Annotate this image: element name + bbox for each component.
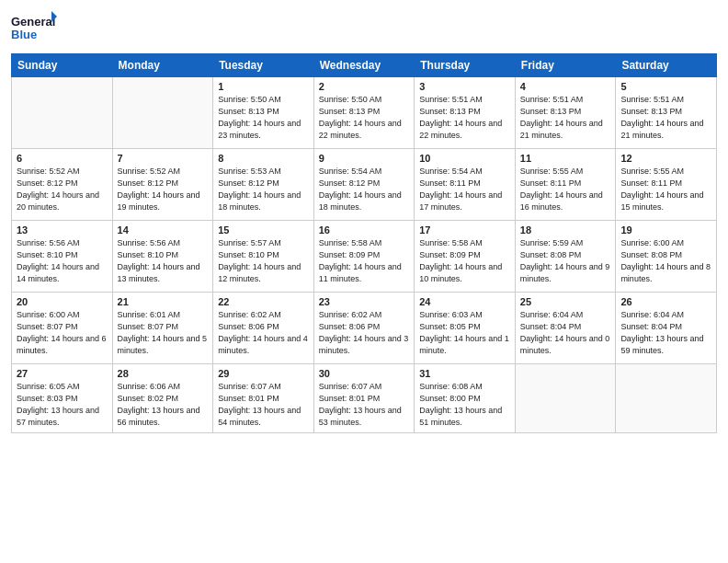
day-info: Sunrise: 6:01 AM Sunset: 8:07 PM Dayligh… [118, 309, 209, 357]
day-number: 19 [620, 224, 711, 236]
day-info: Sunrise: 5:54 AM Sunset: 8:11 PM Dayligh… [419, 166, 510, 213]
calendar-cell: 3Sunrise: 5:51 AM Sunset: 8:13 PM Daylig… [415, 77, 516, 149]
day-info: Sunrise: 5:54 AM Sunset: 8:12 PM Dayligh… [319, 166, 410, 213]
day-info: Sunrise: 5:51 AM Sunset: 8:13 PM Dayligh… [419, 94, 510, 142]
calendar-cell: 2Sunrise: 5:50 AM Sunset: 8:13 PM Daylig… [313, 77, 415, 149]
calendar-cell: 4Sunrise: 5:51 AM Sunset: 8:13 PM Daylig… [515, 77, 616, 149]
calendar-cell: 8Sunrise: 5:53 AM Sunset: 8:12 PM Daylig… [213, 149, 314, 221]
calendar-cell: 15Sunrise: 5:57 AM Sunset: 8:10 PM Dayli… [213, 221, 314, 293]
svg-text:General: General [11, 15, 55, 29]
day-info: Sunrise: 5:55 AM Sunset: 8:11 PM Dayligh… [520, 166, 611, 213]
logo: General Blue [11, 9, 57, 46]
calendar-cell: 16Sunrise: 5:58 AM Sunset: 8:09 PM Dayli… [313, 221, 415, 293]
day-info: Sunrise: 6:02 AM Sunset: 8:06 PM Dayligh… [218, 309, 309, 357]
day-info: Sunrise: 6:05 AM Sunset: 8:03 PM Dayligh… [17, 381, 108, 429]
day-info: Sunrise: 6:07 AM Sunset: 8:01 PM Dayligh… [319, 381, 410, 429]
col-header-wednesday: Wednesday [313, 54, 415, 77]
calendar-cell: 12Sunrise: 5:55 AM Sunset: 8:11 PM Dayli… [616, 149, 717, 221]
calendar-cell [515, 364, 616, 433]
calendar-cell: 19Sunrise: 6:00 AM Sunset: 8:08 PM Dayli… [616, 221, 717, 293]
calendar-cell: 25Sunrise: 6:04 AM Sunset: 8:04 PM Dayli… [515, 293, 616, 364]
day-number: 4 [520, 81, 611, 92]
day-number: 14 [118, 224, 209, 236]
col-header-saturday: Saturday [616, 54, 717, 77]
page-header: General Blue [11, 9, 717, 46]
day-number: 1 [218, 81, 309, 92]
day-number: 9 [319, 153, 410, 164]
day-number: 29 [218, 368, 309, 379]
day-info: Sunrise: 5:59 AM Sunset: 8:08 PM Dayligh… [520, 237, 611, 285]
calendar-header-row: SundayMondayTuesdayWednesdayThursdayFrid… [12, 54, 717, 77]
col-header-friday: Friday [515, 54, 616, 77]
day-number: 5 [620, 81, 711, 92]
day-number: 28 [118, 368, 209, 379]
calendar-cell: 24Sunrise: 6:03 AM Sunset: 8:05 PM Dayli… [415, 293, 516, 364]
day-number: 11 [520, 153, 611, 164]
day-number: 8 [218, 153, 309, 164]
day-info: Sunrise: 5:50 AM Sunset: 8:13 PM Dayligh… [218, 94, 309, 142]
day-info: Sunrise: 5:52 AM Sunset: 8:12 PM Dayligh… [17, 166, 108, 213]
day-info: Sunrise: 5:53 AM Sunset: 8:12 PM Dayligh… [218, 166, 309, 213]
day-number: 17 [419, 224, 510, 236]
calendar-cell: 31Sunrise: 6:08 AM Sunset: 8:00 PM Dayli… [415, 364, 516, 433]
day-number: 30 [319, 368, 410, 379]
day-info: Sunrise: 5:51 AM Sunset: 8:13 PM Dayligh… [620, 94, 711, 142]
calendar-cell: 11Sunrise: 5:55 AM Sunset: 8:11 PM Dayli… [515, 149, 616, 221]
calendar-cell [112, 77, 213, 149]
day-info: Sunrise: 6:04 AM Sunset: 8:04 PM Dayligh… [620, 309, 711, 357]
day-info: Sunrise: 5:56 AM Sunset: 8:10 PM Dayligh… [17, 237, 108, 285]
day-info: Sunrise: 6:04 AM Sunset: 8:04 PM Dayligh… [520, 309, 611, 357]
calendar-table: SundayMondayTuesdayWednesdayThursdayFrid… [11, 53, 717, 433]
day-number: 26 [620, 296, 711, 307]
calendar-cell: 1Sunrise: 5:50 AM Sunset: 8:13 PM Daylig… [213, 77, 314, 149]
day-info: Sunrise: 5:50 AM Sunset: 8:13 PM Dayligh… [319, 94, 410, 142]
calendar-cell: 22Sunrise: 6:02 AM Sunset: 8:06 PM Dayli… [213, 293, 314, 364]
day-number: 20 [17, 296, 108, 307]
calendar-cell: 14Sunrise: 5:56 AM Sunset: 8:10 PM Dayli… [112, 221, 213, 293]
day-info: Sunrise: 5:58 AM Sunset: 8:09 PM Dayligh… [419, 237, 510, 285]
col-header-sunday: Sunday [12, 54, 113, 77]
calendar-cell: 6Sunrise: 5:52 AM Sunset: 8:12 PM Daylig… [12, 149, 113, 221]
day-info: Sunrise: 6:06 AM Sunset: 8:02 PM Dayligh… [118, 381, 209, 429]
day-info: Sunrise: 6:00 AM Sunset: 8:07 PM Dayligh… [17, 309, 108, 357]
day-number: 3 [419, 81, 510, 92]
day-info: Sunrise: 5:52 AM Sunset: 8:12 PM Dayligh… [118, 166, 209, 213]
calendar-cell [616, 364, 717, 433]
day-info: Sunrise: 6:00 AM Sunset: 8:08 PM Dayligh… [620, 237, 711, 285]
day-number: 2 [319, 81, 410, 92]
calendar-cell: 21Sunrise: 6:01 AM Sunset: 8:07 PM Dayli… [112, 293, 213, 364]
calendar-cell: 29Sunrise: 6:07 AM Sunset: 8:01 PM Dayli… [213, 364, 314, 433]
calendar-cell: 23Sunrise: 6:02 AM Sunset: 8:06 PM Dayli… [313, 293, 415, 364]
calendar-cell: 27Sunrise: 6:05 AM Sunset: 8:03 PM Dayli… [12, 364, 113, 433]
calendar-cell: 5Sunrise: 5:51 AM Sunset: 8:13 PM Daylig… [616, 77, 717, 149]
calendar-cell [12, 77, 113, 149]
calendar-cell: 17Sunrise: 5:58 AM Sunset: 8:09 PM Dayli… [415, 221, 516, 293]
day-number: 22 [218, 296, 309, 307]
day-number: 31 [419, 368, 510, 379]
day-number: 16 [319, 224, 410, 236]
day-number: 18 [520, 224, 611, 236]
day-info: Sunrise: 5:51 AM Sunset: 8:13 PM Dayligh… [520, 94, 611, 142]
day-number: 7 [118, 153, 209, 164]
day-info: Sunrise: 6:02 AM Sunset: 8:06 PM Dayligh… [319, 309, 410, 357]
col-header-thursday: Thursday [415, 54, 516, 77]
day-info: Sunrise: 6:07 AM Sunset: 8:01 PM Dayligh… [218, 381, 309, 429]
day-number: 6 [17, 153, 108, 164]
calendar-cell: 18Sunrise: 5:59 AM Sunset: 8:08 PM Dayli… [515, 221, 616, 293]
col-header-monday: Monday [112, 54, 213, 77]
day-info: Sunrise: 5:55 AM Sunset: 8:11 PM Dayligh… [620, 166, 711, 213]
day-number: 23 [319, 296, 410, 307]
day-info: Sunrise: 5:56 AM Sunset: 8:10 PM Dayligh… [118, 237, 209, 285]
day-number: 25 [520, 296, 611, 307]
day-info: Sunrise: 6:08 AM Sunset: 8:00 PM Dayligh… [419, 381, 510, 429]
day-number: 10 [419, 153, 510, 164]
calendar-cell: 10Sunrise: 5:54 AM Sunset: 8:11 PM Dayli… [415, 149, 516, 221]
calendar-cell: 13Sunrise: 5:56 AM Sunset: 8:10 PM Dayli… [12, 221, 113, 293]
day-info: Sunrise: 6:03 AM Sunset: 8:05 PM Dayligh… [419, 309, 510, 357]
day-number: 21 [118, 296, 209, 307]
day-info: Sunrise: 5:57 AM Sunset: 8:10 PM Dayligh… [218, 237, 309, 285]
calendar-cell: 9Sunrise: 5:54 AM Sunset: 8:12 PM Daylig… [313, 149, 415, 221]
calendar-cell: 30Sunrise: 6:07 AM Sunset: 8:01 PM Dayli… [313, 364, 415, 433]
calendar-cell: 28Sunrise: 6:06 AM Sunset: 8:02 PM Dayli… [112, 364, 213, 433]
logo-svg: General Blue [11, 9, 57, 46]
